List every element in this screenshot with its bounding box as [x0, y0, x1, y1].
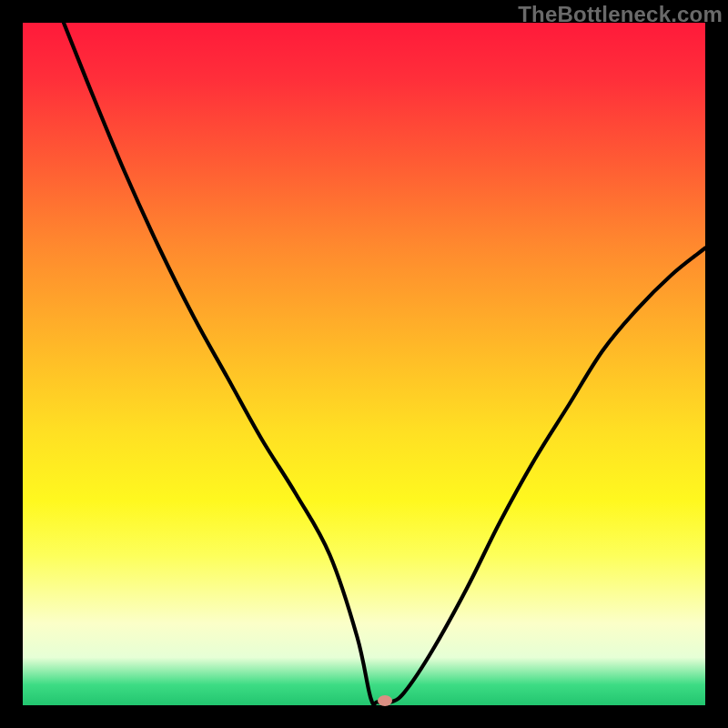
curve-svg [23, 23, 705, 705]
plot-area [23, 23, 705, 705]
min-point-marker [378, 695, 392, 706]
bottleneck-curve-path [64, 23, 705, 704]
chart-frame: TheBottleneck.com [0, 0, 728, 728]
